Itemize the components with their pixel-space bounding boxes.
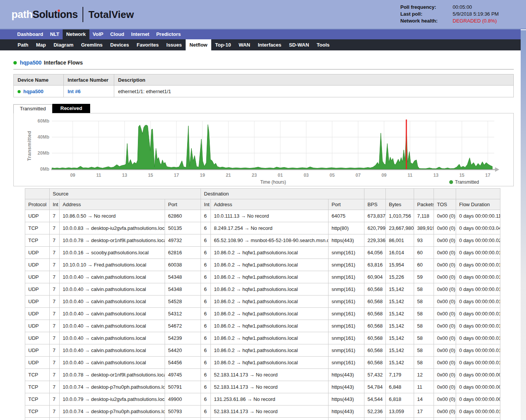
nav-item-path[interactable]: Path [14,39,32,50]
nav-item-issues[interactable]: Issues [163,39,186,50]
y-tick-label: 40Mb [37,134,49,140]
x-tick-label: 23 [252,173,257,178]
device-link[interactable]: hqpa500 [20,60,42,66]
protocol-header: Protocol [25,199,50,210]
transmitted-chart-panel: 0Mb20Mb40Mb60Mb0911131517192123010305070… [13,113,514,186]
table-row: TCP710.0.0.74 → desktop-p7nu0ph.pathsolu… [25,405,500,418]
y-tick-label: 0Mb [40,166,49,172]
tab-received[interactable]: Received [52,104,90,113]
table-row: UDP710.0.0.40 → calvin.pathsolutions.loc… [25,271,500,283]
x-tick-label: 11 [408,173,413,178]
description-header: Description [114,74,514,86]
x-tick-label: 11 [96,173,101,178]
y-tick-label: 60Mb [37,118,49,124]
table-row: UDP710.0.0.40 → calvin.pathsolutions.loc… [25,332,500,344]
last-poll-label: Last poll: [400,11,453,17]
primary-nav: DashboardNLTNetworkVoIPCloudInternetPred… [0,29,521,39]
table-row: UDP710.0.0.40 → calvin.pathsolutions.loc… [25,344,500,357]
bytes-header: Bytes [386,199,414,210]
nav-item-devices[interactable]: Devices [107,39,133,50]
nav-item-gremlins[interactable]: Gremlins [77,39,106,50]
table-row: TCP710.0.0.78 → desktop-or1nf9l.pathsolu… [25,234,500,247]
nav-item-interfaces[interactable]: Interfaces [254,39,285,50]
nav-item-voip[interactable]: VoIP [89,29,107,39]
table-row: TCP710.0.0.74 → desktop-p7nu0ph.pathsolu… [25,381,500,393]
logo-divider [83,7,83,22]
table-row: TCP710.0.0.78 → desktop-or1nf9l.pathsolu… [25,369,500,381]
last-poll-value: 5/9/2018 5:19:36 PM [453,11,499,17]
table-row: TCP710.0.0.83 → desktop-iu2gvfa.pathsolu… [25,222,500,234]
x-tick-label: 05 [330,173,335,178]
table-row: UDP710.0.0.40 → calvin.pathsolutions.loc… [25,320,500,332]
source-group-header: Source [50,189,201,199]
device-name-link[interactable]: hqpa500 [23,89,44,94]
x-tick-label: 19 [200,173,205,178]
packets-header: Packets [414,199,434,210]
interface-number-header: Interface Number [64,74,114,86]
nav-item-map[interactable]: Map [32,39,50,50]
header-spacer [386,189,414,199]
device-status-dot-icon [18,90,21,93]
page-title-text: Interface Flows [44,60,83,66]
header-spacer [456,189,500,199]
nav-item-predictors[interactable]: Predictors [153,29,184,39]
device-status-dot-icon [13,61,17,65]
x-tick-label: 03 [304,173,309,178]
nav-item-netflow[interactable]: Netflow [186,39,211,50]
nav-item-tools[interactable]: Tools [313,39,333,50]
poll-frequency-value: 00:05:00 [453,4,499,10]
page-background-gradient [521,30,526,420]
source-address-header: Address [60,199,165,210]
nav-item-top-10[interactable]: Top-10 [211,39,235,50]
transmitted-area-chart: 0Mb20Mb40Mb60Mb0911131517192123010305070… [14,113,513,186]
product-name: TotalView [89,9,134,21]
logo-path-text: path [11,9,32,21]
source-int-header: Int [50,199,60,210]
dest-int-header: Int [201,199,211,210]
nav-item-sd-wan[interactable]: SD-WAN [285,39,313,50]
nav-item-dashboard[interactable]: Dashboard [14,29,47,39]
nav-item-wan[interactable]: WAN [235,39,254,50]
table-row: TCP710.0.0.79 → desktop-iu2gvfa.pathsolu… [25,393,500,405]
interface-link[interactable]: Int #6 [68,89,81,94]
header-spacer [434,189,456,199]
bps-header: BPS [364,199,386,210]
nav-item-network[interactable]: Network [63,29,89,39]
x-tick-label: 01 [278,173,283,178]
x-tick-label: 07 [356,173,361,178]
x-tick-label: 21 [226,173,231,178]
network-health-label: Network health: [400,18,453,24]
y-axis-title: Transmitted [26,131,32,161]
nav-item-nlt[interactable]: NLT [47,29,63,39]
x-tick-label: 17 [485,173,490,178]
x-tick-label: 17 [174,173,179,178]
x-tick-label: 09 [70,173,76,178]
legend-label: Transmitted [455,179,479,185]
header-spacer [414,189,434,199]
source-port-header: Port [165,199,201,210]
tab-transmitted[interactable]: Transmitted [13,104,52,113]
logo-solutions-text: Solutıons [32,9,78,21]
x-tick-label: 15 [148,173,153,178]
flow-table: Source Destination Protocol Int Address … [25,188,500,420]
legend-dot-icon [449,180,453,184]
network-health-value: DEGRADED (0.8%) [453,18,499,24]
table-row: UDP710.0.0.40 → calvin.pathsolutions.loc… [25,308,500,320]
logo-red-dot-i: ı [57,9,60,21]
device-table: Device Name Interface Number Description… [13,74,514,97]
dest-address-header: Address [211,199,329,210]
table-row: UDP710.0.0.40 → calvin.pathsolutions.loc… [25,357,500,369]
nav-item-internet[interactable]: Internet [128,29,153,39]
tos-header: TOS [434,199,456,210]
table-row: UDP710.86.0.50 → No record62860610.0.111… [25,210,500,222]
dest-port-header: Port [329,199,364,210]
table-row: UDP710.0.0.40 → calvin.pathsolutions.loc… [25,296,500,308]
table-row: hqpa500 Int #6 ethernet1/1: ethernet1/1 [14,86,514,97]
content: hqpa500 Interface Flows Device Name Inte… [0,50,521,420]
poll-frequency-label: Poll frequency: [400,4,453,10]
nav-item-favorites[interactable]: Favorites [133,39,163,50]
table-row: UDP710.0.0.40 → calvin.pathsolutions.loc… [25,283,500,296]
nav-item-diagram[interactable]: Diagram [50,39,77,50]
x-axis-arrow-icon [495,167,499,172]
nav-item-cloud[interactable]: Cloud [107,29,128,39]
